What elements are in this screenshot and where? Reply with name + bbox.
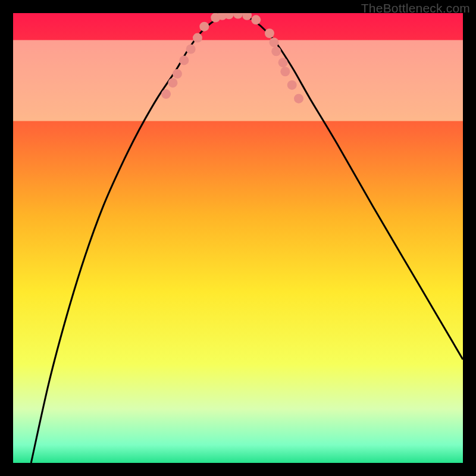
sample-point: [161, 89, 171, 99]
sample-point: [179, 55, 189, 65]
watermark-text: TheBottleneck.com: [361, 1, 470, 15]
sample-point: [287, 80, 297, 90]
sample-point: [271, 46, 281, 56]
sample-point: [280, 67, 290, 76]
sample-point: [294, 94, 303, 104]
sample-point: [173, 69, 182, 79]
sample-point: [199, 22, 209, 32]
sample-point: [168, 78, 177, 87]
sample-point: [193, 33, 202, 43]
sample-point: [251, 15, 261, 24]
sample-point: [269, 37, 278, 47]
highlight-band: [13, 40, 463, 121]
sample-point: [278, 58, 288, 67]
sample-point: [186, 44, 196, 54]
bottleneck-chart: [13, 13, 463, 463]
sample-point: [265, 29, 274, 38]
chart-frame: [13, 13, 463, 463]
